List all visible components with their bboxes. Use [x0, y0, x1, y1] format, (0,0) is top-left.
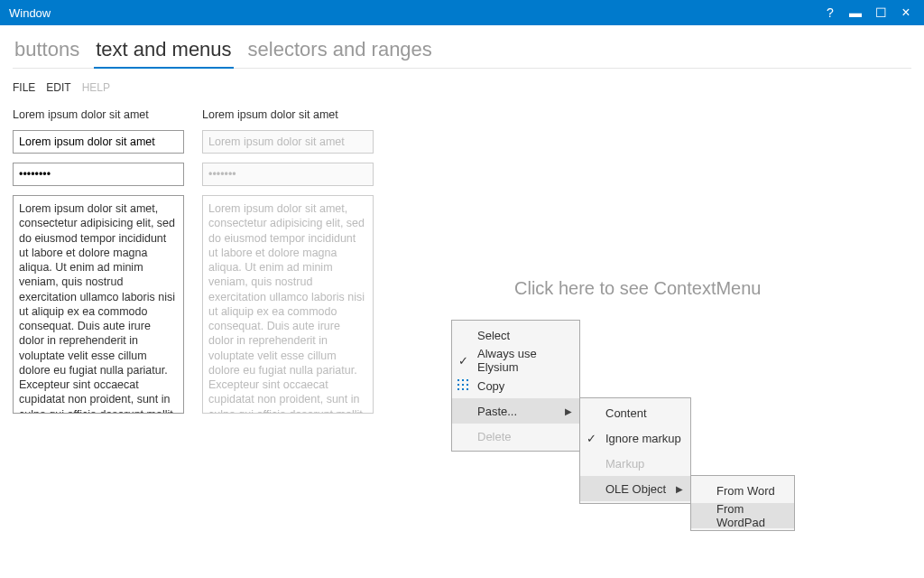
- column-enabled: Lorem ipsum dolor sit amet Lorem ipsum d…: [13, 108, 186, 414]
- password-input-enabled[interactable]: [13, 163, 184, 186]
- submenu-arrow-icon: ▶: [676, 484, 683, 494]
- menu-item-markup: Markup: [580, 451, 690, 476]
- menu-file[interactable]: FILE: [13, 81, 35, 94]
- menu-item-copy[interactable]: Copy: [452, 373, 579, 398]
- menu-item-always-use-elysium[interactable]: ✓ Always use Elysium: [452, 348, 579, 373]
- tab-text-and-menus[interactable]: text and menus: [94, 36, 233, 69]
- menu-item-from-word[interactable]: From Word: [691, 478, 794, 503]
- check-icon: ✓: [458, 354, 468, 368]
- textarea-enabled[interactable]: Lorem ipsum dolor sit amet, consectetur …: [13, 195, 184, 414]
- menu-help: HELP: [82, 81, 110, 94]
- context-menu-level2: Content ✓ Ignore markup Markup OLE Objec…: [579, 397, 691, 504]
- label-enabled: Lorem ipsum dolor sit amet: [13, 108, 186, 121]
- check-icon: ✓: [587, 432, 596, 445]
- grid-icon: [457, 379, 470, 392]
- help-icon[interactable]: ?: [818, 0, 843, 25]
- menu-item-paste[interactable]: Paste... ▶: [452, 398, 579, 424]
- password-input-disabled: [202, 163, 374, 186]
- tab-buttons[interactable]: buttons: [13, 36, 81, 68]
- textarea-disabled: Lorem ipsum dolor sit amet, consectetur …: [202, 195, 374, 414]
- menu-item-select[interactable]: Select: [452, 322, 579, 348]
- menu-item-from-wordpad[interactable]: From WordPad: [691, 503, 794, 528]
- menu-edit[interactable]: EDIT: [46, 81, 70, 94]
- submenu-arrow-icon: ▶: [565, 406, 572, 416]
- text-input-disabled: [202, 130, 374, 154]
- menubar: FILE EDIT HELP: [13, 81, 911, 94]
- app-window: Window ? ▬ ☐ × buttons text and menus se…: [0, 0, 924, 578]
- text-input-enabled[interactable]: [13, 130, 184, 154]
- maximize-icon[interactable]: ☐: [868, 0, 893, 25]
- menu-item-ole-object[interactable]: OLE Object ▶: [580, 476, 690, 501]
- titlebar: Window ? ▬ ☐ ×: [0, 0, 924, 25]
- menu-item-content[interactable]: Content: [580, 400, 690, 425]
- window-title: Window: [9, 6, 818, 20]
- tab-strip: buttons text and menus selectors and ran…: [13, 36, 911, 69]
- context-menu-level1: Select ✓ Always use Elysium Copy Paste..…: [451, 320, 580, 452]
- menu-item-delete: Delete: [452, 424, 579, 449]
- context-menu-area[interactable]: Click here to see ContextMenu Select ✓ A…: [397, 125, 902, 522]
- context-menu-level3: From Word From WordPad: [690, 475, 795, 531]
- minimize-icon[interactable]: ▬: [843, 0, 868, 25]
- tab-selectors-and-ranges[interactable]: selectors and ranges: [246, 36, 434, 68]
- close-icon[interactable]: ×: [893, 0, 919, 25]
- label-disabled: Lorem ipsum dolor sit amet: [202, 108, 375, 121]
- content-area: buttons text and menus selectors and ran…: [0, 25, 924, 578]
- column-disabled: Lorem ipsum dolor sit amet Lorem ipsum d…: [202, 108, 375, 414]
- context-menu-prompt: Click here to see ContextMenu: [514, 278, 761, 299]
- menu-item-ignore-markup[interactable]: ✓ Ignore markup: [580, 425, 690, 451]
